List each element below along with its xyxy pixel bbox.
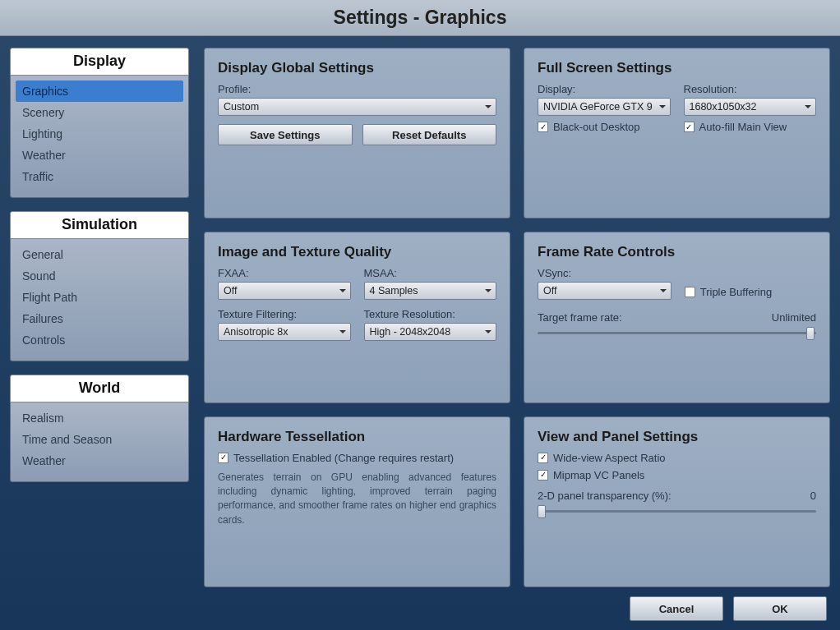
sidebar-item-time-and-season[interactable]: Time and Season bbox=[16, 429, 183, 450]
save-settings-button[interactable]: Save Settings bbox=[218, 124, 353, 145]
resolution-select[interactable]: 1680x1050x32 bbox=[684, 98, 817, 116]
profile-select[interactable]: Custom bbox=[218, 98, 496, 116]
sidebar-item-scenery[interactable]: Scenery bbox=[16, 102, 183, 123]
panel-fullscreen: Full Screen Settings Display: NVIDIA GeF… bbox=[524, 48, 830, 218]
sidebar-item-lighting[interactable]: Lighting bbox=[16, 123, 183, 145]
titlebar: Settings - Graphics bbox=[0, 0, 840, 36]
profile-label: Profile: bbox=[218, 83, 496, 95]
sidebar-group-header: Simulation bbox=[10, 211, 189, 239]
sidebar-group-body: RealismTime and SeasonWeather bbox=[10, 402, 189, 482]
mipmap-vc-panels-checkbox[interactable]: ✓ Mipmap VC Panels bbox=[538, 469, 816, 481]
panel-title: Full Screen Settings bbox=[538, 60, 816, 76]
panel-tessellation: Hardware Tessellation ✓ Tessellation Ena… bbox=[204, 416, 510, 587]
checkbox-box: ✓ bbox=[538, 122, 548, 132]
panel-title: Frame Rate Controls bbox=[538, 244, 816, 260]
display-select[interactable]: NVIDIA GeForce GTX 9 bbox=[538, 98, 671, 116]
checkbox-box bbox=[685, 287, 695, 297]
blackout-desktop-checkbox[interactable]: ✓ Black-out Desktop bbox=[538, 121, 671, 133]
vsync-label: VSync: bbox=[538, 267, 672, 279]
sidebar-item-sound[interactable]: Sound bbox=[16, 265, 183, 287]
tessellation-description: Generates terrain on GPU enabling advanc… bbox=[218, 471, 496, 528]
resolution-label: Resolution: bbox=[684, 83, 817, 95]
texres-select[interactable]: High - 2048x2048 bbox=[364, 323, 497, 341]
sidebar-item-weather[interactable]: Weather bbox=[16, 145, 183, 166]
checkbox-box: ✓ bbox=[538, 453, 548, 463]
profile-value: Custom bbox=[224, 101, 259, 113]
sidebar-group: DisplayGraphicsSceneryLightingWeatherTra… bbox=[10, 48, 189, 198]
sidebar-group-body: GeneralSoundFlight PathFailuresControls bbox=[10, 239, 189, 361]
sidebar-item-traffic[interactable]: Traffic bbox=[16, 166, 183, 187]
main-panels: Display Global Settings Profile: Custom … bbox=[204, 48, 830, 587]
sidebar-item-failures[interactable]: Failures bbox=[16, 308, 183, 329]
sidebar-group-body: GraphicsSceneryLightingWeatherTraffic bbox=[10, 76, 189, 198]
target-framerate-value: Unlimited bbox=[772, 311, 816, 324]
slider-thumb[interactable] bbox=[806, 327, 815, 340]
tessellation-enabled-checkbox[interactable]: ✓ Tessellation Enabled (Change requires … bbox=[218, 452, 496, 464]
sidebar-group-header: Display bbox=[10, 48, 189, 76]
sidebar-group: SimulationGeneralSoundFlight PathFailure… bbox=[10, 211, 189, 361]
sidebar-item-flight-path[interactable]: Flight Path bbox=[16, 287, 183, 308]
cancel-button[interactable]: Cancel bbox=[630, 596, 723, 621]
checkbox-box: ✓ bbox=[684, 122, 695, 132]
sidebar: DisplayGraphicsSceneryLightingWeatherTra… bbox=[10, 48, 189, 587]
panel-image-quality: Image and Texture Quality FXAA: Off MSAA… bbox=[204, 232, 510, 402]
display-label: Display: bbox=[538, 83, 671, 95]
triple-buffering-checkbox[interactable]: Triple Buffering bbox=[685, 286, 816, 298]
panel-title: Display Global Settings bbox=[218, 60, 496, 76]
sidebar-item-general[interactable]: General bbox=[16, 244, 183, 265]
target-framerate-slider[interactable] bbox=[538, 327, 816, 340]
panel-framerate: Frame Rate Controls VSync: Off Triple Bu… bbox=[524, 232, 830, 402]
panel-title: Hardware Tessellation bbox=[218, 429, 496, 445]
panel-transparency-label: 2-D panel transparency (%): bbox=[538, 490, 672, 502]
footer: Cancel OK bbox=[0, 587, 840, 630]
wideview-aspect-checkbox[interactable]: ✓ Wide-view Aspect Ratio bbox=[538, 452, 816, 464]
texfilter-label: Texture Filtering: bbox=[218, 308, 351, 320]
panel-view-settings: View and Panel Settings ✓ Wide-view Aspe… bbox=[524, 416, 830, 587]
content-area: DisplayGraphicsSceneryLightingWeatherTra… bbox=[0, 36, 840, 587]
target-framerate-label: Target frame rate: bbox=[538, 311, 622, 324]
fxaa-label: FXAA: bbox=[218, 267, 351, 279]
msaa-select[interactable]: 4 Samples bbox=[364, 282, 497, 300]
panel-transparency-slider[interactable] bbox=[538, 505, 816, 518]
sidebar-group-header: World bbox=[10, 375, 189, 402]
sidebar-item-realism[interactable]: Realism bbox=[16, 407, 183, 429]
panel-title: Image and Texture Quality bbox=[218, 244, 496, 260]
checkbox-box: ✓ bbox=[538, 470, 548, 481]
autofill-main-view-checkbox[interactable]: ✓ Auto-fill Main View bbox=[684, 121, 817, 133]
page-title: Settings - Graphics bbox=[334, 7, 507, 29]
sidebar-item-graphics[interactable]: Graphics bbox=[16, 80, 183, 102]
texres-label: Texture Resolution: bbox=[364, 308, 497, 320]
sidebar-group: WorldRealismTime and SeasonWeather bbox=[10, 375, 189, 482]
panel-title: View and Panel Settings bbox=[538, 429, 816, 445]
panel-global-settings: Display Global Settings Profile: Custom … bbox=[204, 48, 510, 218]
ok-button[interactable]: OK bbox=[733, 596, 827, 621]
sidebar-item-controls[interactable]: Controls bbox=[16, 329, 183, 351]
reset-defaults-button[interactable]: Reset Defaults bbox=[362, 124, 497, 145]
sidebar-item-weather[interactable]: Weather bbox=[16, 450, 183, 471]
slider-thumb[interactable] bbox=[538, 505, 546, 518]
msaa-label: MSAA: bbox=[364, 267, 497, 279]
texfilter-select[interactable]: Anisotropic 8x bbox=[218, 323, 351, 341]
fxaa-select[interactable]: Off bbox=[218, 282, 351, 300]
checkbox-box: ✓ bbox=[218, 453, 228, 463]
vsync-select[interactable]: Off bbox=[538, 282, 672, 300]
panel-transparency-value: 0 bbox=[810, 490, 816, 502]
